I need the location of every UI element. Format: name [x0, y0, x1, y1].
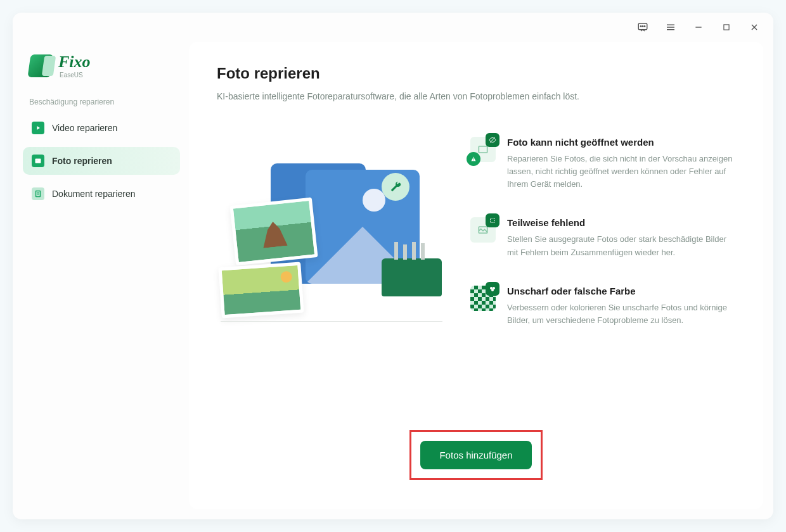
sidebar-item-photo-repair[interactable]: Foto reprieren — [23, 147, 180, 175]
svg-rect-16 — [479, 146, 487, 153]
brand-subtitle: EaseUS — [60, 72, 91, 79]
sidebar-item-document-repair[interactable]: Dokument reparieren — [23, 180, 180, 208]
sidebar-item-label: Dokument reparieren — [52, 189, 136, 199]
sidebar-item-label: Foto reprieren — [52, 156, 112, 166]
svg-rect-19 — [491, 218, 495, 223]
cta-highlight-box: Fotos hinzufügen — [409, 430, 542, 480]
feature-title: Foto kann nicht geöffnet werden — [507, 137, 735, 148]
svg-point-2 — [642, 26, 643, 27]
feature-blur-color: Unscharf oder falsche Farbe Verbessern o… — [470, 286, 735, 327]
minimize-button[interactable] — [692, 21, 705, 34]
svg-rect-11 — [35, 158, 41, 163]
svg-point-12 — [37, 160, 38, 161]
close-button[interactable] — [748, 21, 761, 34]
sidebar: Fixo EaseUS Beschädigung reparieren Vide… — [23, 42, 180, 509]
eye-off-icon — [486, 133, 499, 147]
feature-desc: Reparieren Sie Fotos, die sich nicht in … — [507, 153, 735, 191]
brand-logo-icon — [27, 54, 53, 77]
pixel-icon — [470, 286, 496, 311]
brand: Fixo EaseUS — [23, 42, 180, 95]
crop-icon — [486, 213, 499, 227]
add-photos-button[interactable]: Fotos hinzufügen — [420, 441, 531, 469]
menu-icon[interactable] — [664, 21, 677, 34]
alert-icon — [467, 152, 480, 166]
wrench-icon — [382, 173, 409, 201]
main-panel: Foto reprieren KI-basierte intelligente … — [189, 42, 763, 509]
feature-list: Foto kann nicht geöffnet werden Reparier… — [470, 132, 735, 392]
svg-point-22 — [491, 289, 494, 291]
feature-desc: Verbessern oder kolorieren Sie unscharfe… — [507, 301, 735, 327]
sidebar-item-label: Video reparieren — [52, 123, 117, 133]
brand-title: Fixo — [58, 53, 91, 72]
sidebar-item-video-repair[interactable]: Video reparieren — [23, 114, 180, 142]
partial-missing-icon — [470, 217, 496, 243]
feature-title: Unscharf oder falsche Farbe — [507, 286, 735, 296]
color-icon — [486, 282, 499, 296]
hero-illustration — [217, 138, 445, 322]
document-icon — [32, 187, 44, 200]
photo-icon — [32, 155, 44, 167]
feature-partial-missing: Teilweise fehlend Stellen Sie ausgegraut… — [470, 217, 735, 258]
feature-desc: Stellen Sie ausgegraute Fotos oder stark… — [507, 233, 735, 258]
svg-rect-8 — [724, 25, 729, 30]
page-subtitle: KI-basierte intelligente Fotoreparaturso… — [217, 91, 735, 101]
app-window: Fixo EaseUS Beschädigung reparieren Vide… — [13, 13, 773, 519]
svg-point-1 — [640, 26, 641, 27]
titlebar — [13, 13, 773, 42]
feedback-icon[interactable] — [636, 21, 649, 34]
maximize-button[interactable] — [720, 21, 733, 34]
page-title: Foto reprieren — [217, 65, 735, 82]
video-icon — [32, 122, 44, 134]
sidebar-section-label: Beschädigung reparieren — [23, 95, 180, 114]
feature-title: Teilweise fehlend — [507, 217, 735, 228]
svg-point-3 — [644, 26, 645, 27]
feature-cannot-open: Foto kann nicht geöffnet werden Reparier… — [470, 137, 735, 191]
cannot-open-icon — [470, 137, 496, 162]
